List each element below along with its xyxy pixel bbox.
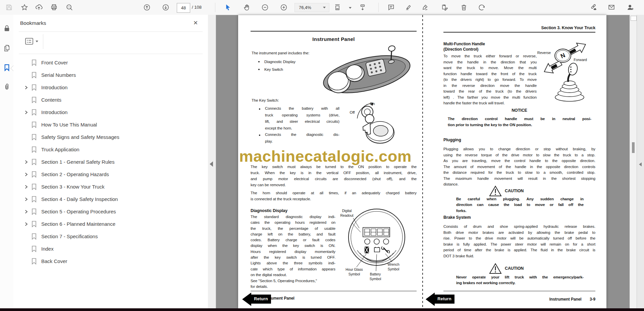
expand-right-panel-arrow-icon[interactable] <box>639 162 642 166</box>
bookmark-item[interactable]: Index <box>13 243 208 255</box>
expand-chevron-icon[interactable] <box>23 159 29 165</box>
scrollbar-top-button[interactable] <box>631 16 637 21</box>
page-title: Instrument Panel <box>251 36 417 42</box>
add-people-icon[interactable] <box>627 4 634 11</box>
expand-chevron-icon[interactable] <box>23 85 29 90</box>
bookmark-icon <box>31 72 37 79</box>
bookmark-item[interactable]: How To Use This Manual <box>13 118 208 131</box>
diagnostic-paragraph: The standard diagnostic display indi-cat… <box>251 214 335 278</box>
page-down-icon[interactable] <box>162 4 169 11</box>
delete-icon[interactable] <box>460 4 468 11</box>
bookmark-label: Introduction <box>41 85 67 90</box>
bookmark-label: Back Cover <box>41 258 67 264</box>
notice-body: The direction control handle must be in … <box>448 116 591 128</box>
share-link-icon[interactable] <box>590 4 597 11</box>
star-icon[interactable] <box>21 4 28 11</box>
caution-icon <box>489 263 501 274</box>
scrollbar-thumb[interactable] <box>632 142 635 153</box>
bookmark-item[interactable]: Front Cover <box>13 56 208 69</box>
edit-page-icon[interactable] <box>441 4 448 11</box>
bookmark-item[interactable]: Serial Numbers <box>13 69 208 81</box>
bullet-text: Diagnostic Display <box>264 60 296 64</box>
sign-pen-icon[interactable] <box>421 4 429 11</box>
pdf-viewer-window: / 108 76,4% <box>0 0 644 311</box>
bookmark-icon <box>31 97 37 103</box>
zoom-level-dropdown[interactable]: 76,4% <box>294 3 329 12</box>
bookmark-icon <box>31 184 37 190</box>
share-upload-icon[interactable] <box>35 4 43 11</box>
page-up-icon[interactable] <box>143 4 151 11</box>
highlighter-icon[interactable] <box>404 4 412 11</box>
expand-chevron-icon[interactable] <box>23 172 29 177</box>
return-arrow-icon[interactable] <box>426 293 435 306</box>
bookmark-label: Front Cover <box>41 60 68 65</box>
hour-glass-label: Hour GlassSymbol <box>341 267 367 276</box>
attachments-icon[interactable] <box>3 83 11 91</box>
multi-function-paragraph: To move the truck either forward or reve… <box>443 53 537 106</box>
expand-chevron-icon[interactable] <box>23 221 29 227</box>
zoom-out-icon[interactable] <box>261 4 269 11</box>
save-icon[interactable] <box>5 4 13 11</box>
hand-pan-icon[interactable] <box>243 4 251 11</box>
bookmark-label: Section 3 - Know Your Truck <box>41 184 104 190</box>
select-cursor-icon[interactable] <box>224 4 231 11</box>
bookmark-label: Contents <box>41 97 61 103</box>
copy-pages-icon[interactable] <box>3 44 11 52</box>
expand-chevron-icon[interactable] <box>23 197 29 202</box>
direction-control-figure: N <box>536 36 603 103</box>
bookmark-item[interactable]: Section 3 - Know Your Truck <box>13 180 208 193</box>
bookmark-item[interactable]: Section 5 - Operating Procedures <box>13 205 208 218</box>
key-switch-bullet2: Connects the diagnostic dis-play. <box>265 132 339 145</box>
caution-title: CAUTION <box>505 189 524 193</box>
bookmark-item[interactable]: Back Cover <box>13 255 208 267</box>
bookmark-item[interactable]: Contents <box>13 94 208 106</box>
bookmark-options-button[interactable] <box>25 37 40 46</box>
bookmark-label: Section 1 - General Safety Rules <box>41 159 114 165</box>
bookmark-item[interactable]: Safety Signs and Safety Messages <box>13 131 208 143</box>
bookmarks-panel-icon[interactable] <box>3 64 11 71</box>
lock-icon[interactable] <box>3 24 11 32</box>
bookmark-item[interactable]: Introduction <box>13 106 208 118</box>
current-page-input[interactable] <box>177 3 190 13</box>
brake-system-heading: Brake System <box>443 215 471 220</box>
zoom-in-icon[interactable] <box>280 4 287 11</box>
search-icon[interactable] <box>66 4 73 11</box>
return-button[interactable]: Return <box>251 295 271 304</box>
footer-rule <box>251 291 417 291</box>
toolbar: / 108 76,4% <box>0 0 644 15</box>
panel-toolbar-separator <box>43 34 43 49</box>
scroll-mode-icon[interactable] <box>359 4 366 11</box>
email-icon[interactable] <box>608 4 615 11</box>
fit-options-caret-icon[interactable] <box>349 7 352 9</box>
bookmark-item[interactable]: Section 1 - General Safety Rules <box>13 156 208 168</box>
bullet-dot <box>258 61 260 62</box>
bookmark-label: Section 5 - Operating Procedures <box>41 209 116 214</box>
bookmark-item[interactable]: Section 6 - Planned Maintenance <box>13 218 208 230</box>
return-button[interactable]: Return <box>434 295 454 304</box>
plugging-heading: Plugging <box>443 138 461 142</box>
fit-width-icon[interactable] <box>334 4 341 11</box>
bookmark-label: Section 2 - Operating Hazards <box>41 171 109 177</box>
panel-divider <box>19 32 203 32</box>
toolbar-separator <box>215 3 215 12</box>
collapse-panel-arrow-icon[interactable] <box>210 161 213 167</box>
bookmark-item[interactable]: Section 7 - Specifications <box>13 230 208 243</box>
header-rule <box>443 32 595 33</box>
expand-chevron-icon[interactable] <box>23 184 29 190</box>
comment-icon[interactable] <box>387 4 395 11</box>
bookmark-item[interactable]: Introduction <box>13 81 208 94</box>
close-icon[interactable]: ✕ <box>192 19 199 27</box>
bookmark-item[interactable]: Truck Application <box>13 143 208 156</box>
caution-plugging-body: Be careful when plugging. Any sudden cha… <box>456 196 584 214</box>
print-icon[interactable] <box>50 4 58 11</box>
plugging-paragraph: Plugging allows you to change direction … <box>443 146 595 188</box>
rotate-view-icon[interactable] <box>478 4 485 11</box>
multi-function-heading: Multi-Function Handle(Direction Control) <box>443 42 527 52</box>
expand-chevron-icon[interactable] <box>23 209 29 214</box>
bookmark-icon <box>31 84 37 91</box>
bookmark-item[interactable]: Section 4 - Daily Safety Inspection <box>13 193 208 205</box>
expand-chevron-icon[interactable] <box>23 110 29 115</box>
bookmark-item[interactable]: Section 2 - Operating Hazards <box>13 168 208 180</box>
return-arrow-icon[interactable] <box>242 293 251 306</box>
page-total-label: / 108 <box>192 5 202 10</box>
